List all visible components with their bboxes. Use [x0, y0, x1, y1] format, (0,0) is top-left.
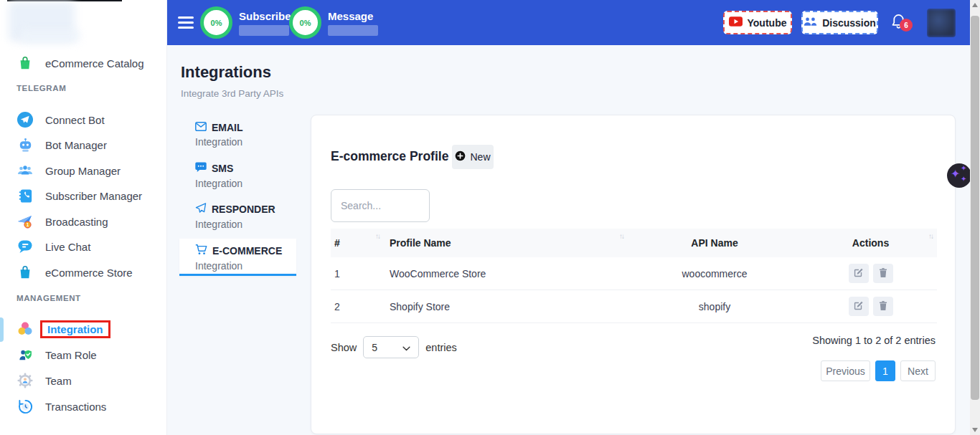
discussion-button[interactable]: Discussion	[801, 11, 878, 34]
sidebar: eCommerce Catalog TELEGRAM Connect Bot B…	[0, 0, 167, 435]
show-label: Show	[331, 342, 357, 353]
edit-icon	[853, 267, 864, 280]
panel-heading: E-commerce Profile	[331, 149, 448, 164]
robot-icon	[16, 135, 34, 154]
column-header-api-name[interactable]: API Name	[625, 229, 804, 257]
sparkle-icon: ✦	[961, 164, 966, 172]
next-page-button[interactable]: Next	[900, 360, 936, 381]
current-page-button[interactable]: 1	[875, 360, 895, 381]
subscriber-progress-ring: 0%	[200, 6, 232, 39]
subnav-ecommerce-integration[interactable]: E-COMMERCE Integration	[179, 239, 296, 276]
ecommerce-profile-card: E-commerce Profile New #↑↓ Profile Name↑…	[311, 115, 956, 434]
edit-icon	[853, 300, 864, 313]
page-size-select[interactable]: 5	[363, 336, 419, 358]
sidebar-item-ecommerce-store[interactable]: eCommerce Store	[0, 261, 167, 284]
sidebar-item-team[interactable]: Team	[0, 369, 167, 392]
table-header-row: #↑↓ Profile Name↑↓ API Name Actions↑↓	[331, 229, 937, 257]
sidebar-item-integration[interactable]: Integration	[0, 317, 167, 340]
sparkle-icon: ✦	[951, 167, 960, 181]
assistant-sparkle-button[interactable]: ✦ ✦ ✦	[947, 163, 971, 188]
previous-page-button[interactable]: Previous	[821, 360, 870, 381]
message-count-redacted	[328, 25, 378, 36]
telegram-icon	[16, 110, 34, 129]
sidebar-item-subscriber-manager[interactable]: Subscriber Manager	[0, 184, 167, 207]
delete-button[interactable]	[873, 297, 893, 316]
sidebar-item-broadcasting[interactable]: 1 Broadcasting	[0, 210, 167, 233]
edit-button[interactable]	[849, 264, 869, 283]
edit-button[interactable]	[849, 297, 869, 316]
sidebar-item-connect-bot[interactable]: Connect Bot	[0, 108, 167, 131]
sidebar-item-label: eCommerce Catalog	[45, 57, 144, 70]
sidebar-item-label: Broadcasting	[45, 216, 108, 228]
svg-text:1: 1	[27, 222, 29, 227]
subnav-email-integration[interactable]: EMAIL Integration	[179, 122, 296, 148]
sidebar-item-bot-manager[interactable]: Bot Manager	[0, 133, 167, 156]
shield-person-icon	[16, 345, 34, 364]
scrollbar-thumb[interactable]	[971, 16, 979, 400]
row-num: 1	[331, 257, 381, 290]
row-api-name: shopify	[625, 290, 804, 322]
topbar: 0% Subscriber 0% Message Youtube Discuss…	[167, 0, 970, 45]
new-button-label: New	[470, 151, 490, 163]
sort-icon[interactable]: ↑↓	[619, 232, 623, 240]
column-header-num[interactable]: #↑↓	[331, 229, 381, 257]
message-progress: 0% Message	[289, 6, 378, 39]
hamburger-menu-icon[interactable]	[178, 16, 194, 29]
youtube-button-label: Youtube	[748, 17, 787, 29]
message-label: Message	[328, 10, 378, 22]
scroll-down-arrow[interactable]	[972, 428, 978, 432]
sms-bubble-icon	[195, 162, 207, 175]
sidebar-item-label: eCommerce Store	[45, 267, 133, 279]
subnav-sms-integration[interactable]: SMS Integration	[179, 162, 296, 189]
row-num: 2	[331, 290, 381, 322]
sidebar-item-label: Transactions	[45, 401, 106, 413]
sidebar-item-label: Team Role	[45, 349, 97, 361]
new-button[interactable]: New	[452, 145, 494, 169]
contact-book-icon	[16, 186, 34, 205]
sidebar-item-label: Bot Manager	[45, 139, 107, 151]
app-logo-blur	[22, 30, 79, 42]
subnav-subtitle: Integration	[195, 219, 296, 230]
subnav-title: E-COMMERCE	[212, 245, 282, 257]
discussion-icon	[804, 16, 817, 29]
page-size-control: Show 5 entries	[331, 336, 457, 358]
youtube-button[interactable]: Youtube	[723, 11, 792, 34]
profiles-table: #↑↓ Profile Name↑↓ API Name Actions↑↓ 1 …	[331, 229, 937, 323]
sidebar-item-live-chat[interactable]: Live Chat	[0, 235, 167, 258]
user-avatar[interactable]	[927, 9, 956, 37]
chat-bubble-icon	[16, 237, 34, 256]
app-screen: eCommerce Catalog TELEGRAM Connect Bot B…	[0, 0, 980, 435]
subnav-subtitle: Integration	[195, 136, 296, 148]
paper-plane-icon	[195, 203, 207, 216]
cart-icon	[195, 244, 207, 257]
color-circles-icon	[16, 320, 34, 338]
vertical-scrollbar[interactable]	[970, 0, 980, 435]
subnav-subtitle: Integration	[195, 178, 296, 189]
subscriber-progress: 0% Subscriber	[200, 6, 295, 39]
message-progress-ring: 0%	[289, 6, 321, 39]
row-api-name: woocommerce	[625, 257, 804, 290]
column-header-actions[interactable]: Actions↑↓	[804, 229, 937, 257]
sidebar-item-team-role[interactable]: Team Role	[0, 343, 167, 366]
sort-icon[interactable]: ↑↓	[928, 232, 933, 240]
subscriber-label: Subscriber	[239, 10, 295, 22]
subnav-title: RESPONDER	[212, 204, 275, 215]
sort-icon[interactable]: ↑↓	[375, 232, 380, 240]
page-title: Integrations	[181, 63, 271, 82]
subnav-responder-integration[interactable]: RESPONDER Integration	[179, 203, 296, 230]
entries-label: entries	[425, 342, 457, 353]
delete-button[interactable]	[873, 264, 893, 283]
sidebar-item-group-manager[interactable]: Group Manager	[0, 159, 167, 182]
sidebar-item-label: Team	[45, 375, 72, 387]
sidebar-item-transactions[interactable]: Transactions	[0, 395, 167, 418]
row-profile-name: Shopify Store	[381, 290, 625, 322]
trash-icon	[878, 267, 888, 280]
shopping-bag-green-icon	[16, 54, 34, 72]
scroll-up-arrow[interactable]	[972, 3, 978, 7]
column-header-profile-name[interactable]: Profile Name↑↓	[381, 229, 625, 257]
subnav-title: EMAIL	[212, 122, 243, 133]
search-input[interactable]	[331, 189, 430, 222]
sparkle-icon: ✦	[961, 175, 966, 183]
trash-icon	[878, 300, 888, 313]
sidebar-item-ecommerce-catalog[interactable]: eCommerce Catalog	[0, 52, 167, 75]
